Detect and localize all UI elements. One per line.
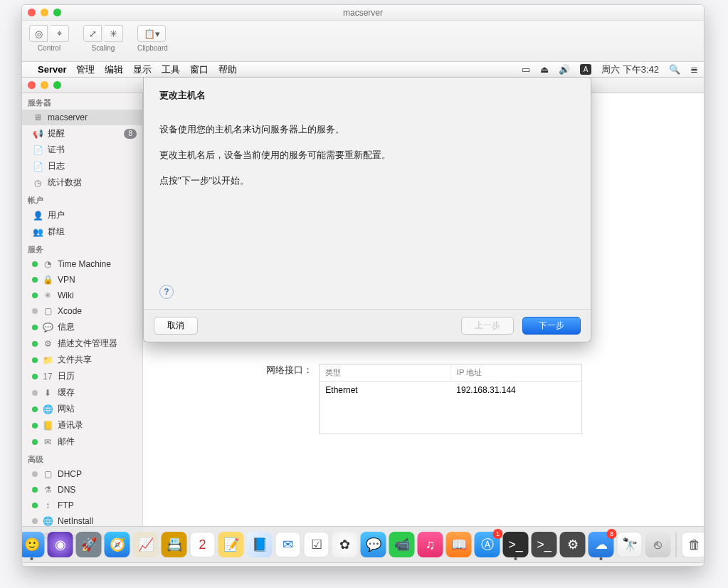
sidebar-item-icon: 🌐 xyxy=(42,404,53,415)
menubar: Server 管理 编辑 显示 工具 窗口 帮助 ▭ ⏏ 🔊 A 周六 下午3:… xyxy=(22,62,704,78)
dock-photos-icon[interactable]: ✿ xyxy=(332,532,358,557)
sidebar-item-统计数据[interactable]: ◷统计数据 xyxy=(22,174,142,191)
dock-reminders-icon[interactable]: ☑ xyxy=(304,532,329,557)
sidebar-item-网站[interactable]: 🌐网站 xyxy=(22,401,142,417)
dock-screensharing-icon[interactable]: 🔭 xyxy=(617,532,643,557)
sidebar-item-VPN[interactable]: 🔒VPN xyxy=(22,272,142,288)
sidebar-item-icon: ⬇ xyxy=(42,387,53,399)
sidebar-item-icon: ✳ xyxy=(42,290,53,301)
sidebar-item-icon: ⚗ xyxy=(42,484,53,495)
sidebar-item-用户[interactable]: 👤用户 xyxy=(22,207,142,224)
table-header-ip[interactable]: IP 地址 xyxy=(451,364,582,381)
minimize-button[interactable] xyxy=(41,81,48,89)
sidebar-item-文件共享[interactable]: 📁文件共享 xyxy=(22,352,142,368)
menu-edit[interactable]: 编辑 xyxy=(105,63,123,76)
sidebar-item-证书[interactable]: 📄证书 xyxy=(22,142,142,158)
sidebar-item-邮件[interactable]: ✉邮件 xyxy=(22,434,142,450)
table-cell-ip: 192.168.31.144 xyxy=(450,382,581,399)
menu-tools[interactable]: 工具 xyxy=(162,63,180,76)
outer-titlebar: macserver xyxy=(22,5,704,21)
dock-mail-icon[interactable]: ✉ xyxy=(275,532,301,557)
menu-help[interactable]: 帮助 xyxy=(218,63,237,76)
sidebar-item-通讯录[interactable]: 📒通讯录 xyxy=(22,417,142,434)
scaling-fit-icon[interactable]: ⤢ xyxy=(83,25,102,42)
outer-zoom-button[interactable] xyxy=(53,9,61,16)
dock-contacts-icon[interactable]: 📇 xyxy=(162,532,187,557)
dock-ibooks-icon[interactable]: 📖 xyxy=(446,532,472,557)
dock-dictionary-icon[interactable]: 📘 xyxy=(247,532,273,557)
sidebar-item-日历[interactable]: 17日历 xyxy=(22,368,142,384)
dock-trash-icon[interactable]: 🗑 xyxy=(682,532,705,557)
dock-itunes-icon[interactable]: ♫ xyxy=(418,532,443,557)
input-source-indicator[interactable]: A xyxy=(580,64,591,75)
dock-grapher-icon[interactable]: 📈 xyxy=(133,532,159,557)
airplay-icon[interactable]: ▭ xyxy=(522,64,530,75)
dock-appstore-icon[interactable]: Ⓐ1 xyxy=(475,532,500,557)
sidebar-item-缓存[interactable]: ⬇缓存 xyxy=(22,384,142,401)
volume-icon[interactable]: 🔊 xyxy=(559,64,570,75)
toolbar-clipboard-label: Clipboard xyxy=(137,44,168,52)
sidebar-item-DNS[interactable]: ⚗DNS xyxy=(22,482,142,498)
menu-window[interactable]: 窗口 xyxy=(190,63,209,76)
previous-button: 上一步 xyxy=(461,317,514,335)
cancel-button[interactable]: 取消 xyxy=(154,317,198,335)
sidebar-item-label: NetInstall xyxy=(58,516,93,526)
outer-minimize-button[interactable] xyxy=(41,9,48,16)
table-row[interactable]: Ethernet 192.168.31.144 xyxy=(320,382,581,399)
screen-sharing-window: macserver ◎ ⌖ Control ⤢ ✳ Scaling 📋▾ Cli… xyxy=(21,4,705,567)
control-mode-observe-icon[interactable]: ◎ xyxy=(29,25,48,42)
sidebar-item-icon: 🌐 xyxy=(42,515,53,527)
sidebar-item-label: 缓存 xyxy=(58,387,75,399)
spotlight-icon[interactable]: 🔍 xyxy=(669,64,680,75)
sidebar-item-DHCP[interactable]: ▢DHCP xyxy=(22,466,142,482)
dock-launchpad-icon[interactable]: 🚀 xyxy=(76,532,102,557)
sidebar-item-群组[interactable]: 👥群组 xyxy=(22,224,142,240)
status-dot-icon xyxy=(32,487,38,493)
sidebar-item-信息[interactable]: 💬信息 xyxy=(22,319,142,335)
dock-separator xyxy=(676,532,677,557)
dock-terminal2-icon[interactable]: >_ xyxy=(532,532,557,557)
dock-sysprefs-icon[interactable]: ⚙ xyxy=(560,532,586,557)
sidebar-item-macserver[interactable]: 🖥macserver xyxy=(22,110,142,125)
zoom-button[interactable] xyxy=(53,81,61,89)
clipboard-icon[interactable]: 📋▾ xyxy=(137,25,166,42)
sidebar-item-Xcode[interactable]: ▢Xcode xyxy=(22,303,142,319)
status-dot-icon xyxy=(32,471,38,477)
notification-center-icon[interactable]: ≣ xyxy=(690,64,698,75)
eject-icon[interactable]: ⏏ xyxy=(540,64,549,75)
outer-close-button[interactable] xyxy=(28,9,36,16)
dock-facetime-icon[interactable]: 📹 xyxy=(389,532,415,557)
dock-messages-icon[interactable]: 💬 xyxy=(361,532,386,557)
menubar-clock[interactable]: 周六 下午3:42 xyxy=(601,63,659,76)
dock-notes-icon[interactable]: 📝 xyxy=(218,532,244,557)
menubar-app-name[interactable]: Server xyxy=(38,64,66,75)
next-button[interactable]: 下一步 xyxy=(522,317,581,335)
control-mode-control-icon[interactable]: ⌖ xyxy=(51,25,69,42)
sidebar-item-日志[interactable]: 📄日志 xyxy=(22,158,142,174)
sidebar-item-icon: 💬 xyxy=(42,322,53,333)
sidebar-item-label: 通讯录 xyxy=(58,419,83,431)
table-cell-type: Ethernet xyxy=(320,382,450,399)
dock-connect-icon[interactable]: ⎋ xyxy=(645,532,671,557)
sidebar-section-services: 服务 xyxy=(22,240,142,256)
table-header-type[interactable]: 类型 xyxy=(320,364,451,381)
sidebar-item-Wiki[interactable]: ✳Wiki xyxy=(22,288,142,303)
dock-server-icon[interactable]: ☁8 xyxy=(589,532,614,557)
sidebar-item-描述文件管理器[interactable]: ⚙描述文件管理器 xyxy=(22,335,142,352)
dock-siri-icon[interactable]: ◉ xyxy=(48,532,73,557)
menu-view[interactable]: 显示 xyxy=(133,63,152,76)
sidebar-item-提醒[interactable]: 📢提醒8 xyxy=(22,125,142,142)
dock-finder-icon[interactable]: 🙂 xyxy=(21,532,45,557)
close-button[interactable] xyxy=(28,81,36,89)
dock-calendar-icon[interactable]: 2 xyxy=(190,532,216,557)
help-icon[interactable]: ? xyxy=(159,285,174,299)
status-dot-icon xyxy=(32,261,38,267)
sidebar-item-Time Machine[interactable]: ◔Time Machine xyxy=(22,256,142,272)
sheet-paragraph: 更改主机名后，设备当前使用的服务可能需要重新配置。 xyxy=(159,149,575,162)
dock-safari-icon[interactable]: 🧭 xyxy=(105,532,130,557)
menu-manage[interactable]: 管理 xyxy=(76,63,95,76)
scaling-actual-icon[interactable]: ✳ xyxy=(105,25,123,42)
dock-terminal-icon[interactable]: >_ xyxy=(503,532,529,557)
sidebar-item-label: 日历 xyxy=(58,370,75,382)
sidebar-item-FTP[interactable]: ↕FTP xyxy=(22,498,142,513)
